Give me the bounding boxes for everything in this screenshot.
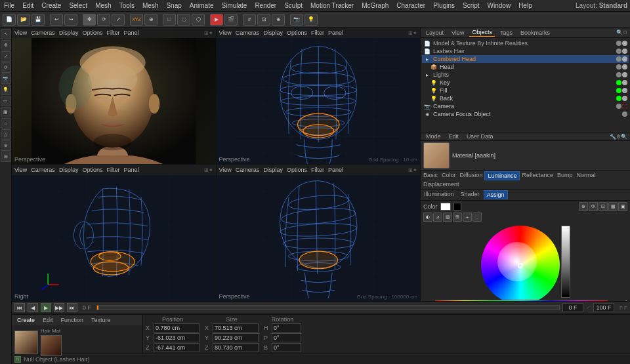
- menu-motion[interactable]: Motion Tracker: [309, 2, 355, 9]
- timeline-rewind[interactable]: ⏮: [14, 303, 25, 312]
- mat-main-luminance[interactable]: Luminance: [484, 171, 520, 180]
- anim-tab-function[interactable]: Function: [58, 316, 87, 324]
- menu-select[interactable]: Select: [68, 2, 89, 9]
- toolbar-open[interactable]: 📂: [17, 14, 30, 26]
- menu-render[interactable]: Render: [253, 2, 278, 9]
- timeline-back[interactable]: ◀: [28, 303, 38, 312]
- toolbar-move[interactable]: ✥: [83, 14, 96, 26]
- color-tool-8[interactable]: ▨: [443, 212, 452, 222]
- color-tool-11[interactable]: -: [472, 212, 482, 222]
- viewport-3[interactable]: View Cameras Display Options Filter Pane…: [12, 165, 216, 301]
- toolbar-poly[interactable]: ⬡: [192, 14, 205, 26]
- toolbar-coord[interactable]: ⊕: [144, 14, 158, 26]
- scene-item-0[interactable]: 📄 Model & Texture By Infinite Realities: [422, 39, 629, 47]
- brightness-strip[interactable]: [561, 226, 570, 298]
- tab-view[interactable]: View: [449, 29, 467, 37]
- tab-layout[interactable]: Layout: [423, 29, 446, 37]
- viewport-1[interactable]: View Cameras Display Options Filter Pane…: [12, 28, 216, 164]
- toolbar-xyz[interactable]: XYZ: [130, 14, 143, 26]
- scene-item-lights[interactable]: ▸ Lights: [422, 71, 629, 79]
- anim-tab-edit[interactable]: Edit: [40, 316, 56, 324]
- size-x-field[interactable]: [213, 323, 259, 333]
- tool-sphere[interactable]: ○: [1, 118, 11, 129]
- menu-mesh[interactable]: Mesh: [94, 2, 112, 9]
- scene-item-2[interactable]: ▸ Combined Head: [422, 55, 629, 63]
- material-thumb[interactable]: [14, 331, 38, 354]
- rot-b-field[interactable]: [272, 343, 301, 352]
- tool-scale[interactable]: ⤢: [1, 51, 11, 62]
- mat-main-color[interactable]: Color: [440, 171, 458, 180]
- vp1-filter[interactable]: Filter: [106, 30, 119, 36]
- toolbar-light[interactable]: 💡: [304, 14, 318, 26]
- menu-create[interactable]: Create: [40, 2, 62, 9]
- toolbar-axis[interactable]: ⊕: [272, 14, 285, 26]
- viewport-4[interactable]: View Cameras Display Options Filter Pane…: [217, 165, 421, 301]
- vp1-display[interactable]: Display: [59, 30, 79, 36]
- menu-tools[interactable]: Tools: [118, 2, 136, 9]
- anim-tab-texture[interactable]: Texture: [89, 316, 114, 324]
- scene-item-fill[interactable]: 💡 Fill: [422, 87, 629, 94]
- rot-h-field[interactable]: [272, 323, 301, 333]
- mat-main-diffusion[interactable]: Diffusion: [458, 171, 485, 180]
- vp1-view[interactable]: View: [14, 30, 27, 36]
- toolbar-undo[interactable]: ↩: [50, 14, 63, 26]
- pos-z-field[interactable]: [154, 343, 200, 352]
- viewport-2[interactable]: View Cameras Display Options Filter Pane…: [217, 28, 421, 164]
- vp3-panel[interactable]: Panel: [123, 167, 138, 173]
- vp4-cameras[interactable]: Cameras: [236, 167, 260, 173]
- menu-sculpt[interactable]: Sculpt: [283, 2, 304, 9]
- color-tool-9[interactable]: ⊞: [453, 212, 462, 222]
- toolbar-new[interactable]: 📄: [3, 14, 16, 26]
- color-tool-3[interactable]: ⊡: [598, 202, 608, 211]
- tool-light[interactable]: 💡: [1, 85, 11, 95]
- toolbar-grid[interactable]: #: [243, 14, 256, 26]
- tool-cube[interactable]: ▣: [1, 107, 11, 117]
- vp3-filter[interactable]: Filter: [106, 167, 119, 173]
- anim-tab-create[interactable]: Create: [14, 316, 37, 324]
- toolbar-rotate[interactable]: ⟳: [97, 14, 110, 26]
- vp3-options[interactable]: Options: [82, 167, 102, 173]
- size-y-field[interactable]: [213, 333, 259, 342]
- timeline-bar[interactable]: [96, 305, 560, 310]
- color-swatch-white[interactable]: [440, 203, 451, 211]
- material-thumb2[interactable]: [41, 335, 62, 356]
- toolbar-cam[interactable]: 📷: [290, 14, 303, 26]
- vp4-options[interactable]: Options: [287, 167, 307, 173]
- vp4-filter[interactable]: Filter: [311, 167, 324, 173]
- menu-mesh2[interactable]: Mesh: [141, 2, 159, 9]
- vp1-panel[interactable]: Panel: [123, 30, 138, 36]
- vp4-view[interactable]: View: [219, 167, 232, 173]
- toolbar-lasso[interactable]: ◌: [177, 14, 190, 26]
- hue-bar[interactable]: [435, 300, 608, 301]
- tool-cone[interactable]: △: [1, 129, 11, 140]
- toolbar-save[interactable]: 💾: [32, 14, 45, 26]
- menu-edit[interactable]: Edit: [21, 2, 35, 9]
- mat-tab-userdata[interactable]: User Data: [464, 132, 496, 140]
- vp2-panel[interactable]: Panel: [328, 30, 343, 36]
- mat-main-bump[interactable]: Bump: [555, 171, 575, 180]
- mat-sub-assign[interactable]: Assign: [484, 190, 508, 199]
- color-tool-2[interactable]: ⟳: [589, 202, 598, 211]
- mat-main-basic[interactable]: Basic: [421, 171, 440, 180]
- vp2-cameras[interactable]: Cameras: [236, 30, 260, 36]
- timeline-end-field[interactable]: [593, 303, 614, 312]
- vp1-cameras[interactable]: Cameras: [31, 30, 55, 36]
- tool-camera[interactable]: 📷: [1, 73, 11, 84]
- menu-plugins[interactable]: Plugins: [432, 2, 456, 9]
- tool-plane[interactable]: ▭: [1, 96, 11, 106]
- vp1-options[interactable]: Options: [82, 30, 102, 36]
- tool-rotate[interactable]: ⟳: [1, 62, 11, 73]
- toolbar-snap[interactable]: ⊡: [257, 14, 270, 26]
- toolbar-redo[interactable]: ↪: [64, 14, 77, 26]
- tool-cursor[interactable]: ↖: [1, 29, 11, 39]
- vp3-cameras[interactable]: Cameras: [31, 167, 55, 173]
- color-tool-1[interactable]: ⊕: [579, 202, 588, 211]
- vp2-filter[interactable]: Filter: [311, 30, 324, 36]
- tool-select-all[interactable]: ⊞: [1, 152, 11, 162]
- scene-item-back[interactable]: 💡 Back: [422, 94, 629, 102]
- rot-p-field[interactable]: [272, 333, 301, 342]
- color-tool-10[interactable]: +: [463, 212, 472, 222]
- timeline-play[interactable]: ▶: [41, 303, 51, 312]
- mat-main-reflectance[interactable]: Reflectance: [520, 171, 555, 180]
- mat-main-normal[interactable]: Normal: [574, 171, 597, 180]
